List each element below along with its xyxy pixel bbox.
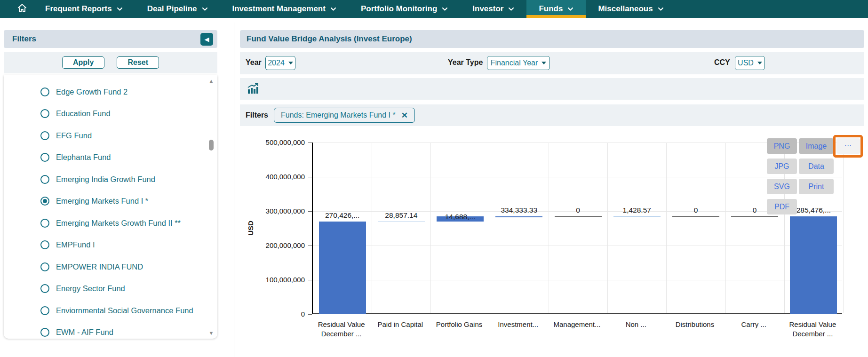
bar-carry [731, 216, 778, 217]
radio[interactable] [40, 153, 49, 162]
gridline [490, 143, 490, 313]
radio[interactable] [40, 240, 49, 249]
plot-area: 270,426,...28,857.1414,688,...334,333.33… [312, 143, 842, 314]
nav-item-label: Miscellaneous [598, 4, 653, 14]
radio[interactable] [40, 328, 49, 337]
year-value: 2024 [268, 59, 285, 67]
y-tick-label: 400,000,000 [240, 173, 305, 181]
year-type-label: Year Type [448, 58, 483, 67]
export-png-button[interactable]: PNG [767, 138, 797, 154]
fund-option-label: Education Fund [56, 109, 111, 118]
fund-option-enviornmental-social-governance-fund[interactable]: Enviornmental Social Governance Fund [4, 300, 217, 322]
nav-item-investment-management[interactable]: Investment Management [220, 0, 349, 18]
fund-list: Edge Growth Fund 2Education FundEFG Fund… [4, 75, 217, 339]
chart-type-button[interactable] [247, 83, 259, 96]
radio[interactable] [40, 284, 49, 293]
x-axis-label: Investment... [489, 320, 547, 329]
bar-residual-value-december-end [790, 216, 837, 314]
export-print-button[interactable]: Print [799, 179, 834, 194]
chevron-down-icon [117, 7, 123, 11]
radio-selected[interactable] [40, 197, 49, 206]
scroll-up-icon[interactable]: ▲ [209, 78, 214, 84]
nav-item-funds[interactable]: Funds [526, 0, 586, 18]
fund-option-label: Emerging India Growth Fund [56, 175, 155, 184]
fund-option-label: Emerging Markets Fund I * [56, 197, 148, 206]
chart-toolbar-row [240, 78, 864, 100]
bar-chart-trend-icon [247, 88, 259, 96]
bar-value-label: 334,333.33 [490, 206, 548, 214]
export-more-button[interactable]: ... [836, 138, 860, 154]
y-axis-title: USD [241, 219, 260, 238]
nav-item-deal-pipeline[interactable]: Deal Pipeline [135, 0, 220, 18]
applied-filters-label: Filters [246, 111, 268, 119]
radio[interactable] [40, 219, 49, 228]
collapse-panel-button[interactable]: ◀ [200, 33, 213, 46]
bar-value-label: 0 [667, 206, 725, 214]
bar-distributions [672, 216, 719, 217]
fund-option-emerging-markets-fund-i[interactable]: Emerging Markets Fund I * [4, 190, 217, 213]
gridline [313, 280, 842, 280]
export-pdf-button[interactable]: PDF [767, 199, 797, 214]
radio[interactable] [40, 87, 49, 96]
y-tick-mark [308, 211, 312, 212]
fund-option-education-fund[interactable]: Education Fund [4, 103, 217, 125]
fund-option-emerging-markets-growth-fund-ii[interactable]: Emerging Markets Growth Fund II ** [4, 212, 217, 234]
year-type-dropdown[interactable]: Financial Year [487, 56, 550, 70]
year-type-value: Financial Year [491, 59, 538, 67]
radio[interactable] [40, 175, 49, 184]
caret-down-icon [757, 62, 762, 64]
home-icon [17, 3, 27, 15]
nav-item-frequent-reports[interactable]: Frequent Reports [33, 0, 135, 18]
caret-down-icon [542, 62, 546, 64]
gridline [843, 143, 844, 313]
nav-item-investor[interactable]: Investor [460, 0, 526, 18]
reset-button[interactable]: Reset [117, 56, 159, 69]
filters-panel-title: Filters [12, 34, 36, 44]
fund-option-empower-india-fund[interactable]: EMPOWER INDIA FUND [4, 256, 217, 278]
filter-actions-row: Apply Reset [4, 52, 217, 73]
scrollbar-thumb[interactable] [209, 140, 214, 151]
export-data-button[interactable]: Data [799, 159, 834, 174]
radio[interactable] [40, 262, 49, 271]
fund-option-emerging-india-growth-fund[interactable]: Emerging India Growth Fund [4, 168, 217, 190]
nav-item-portfolio-monitoring[interactable]: Portfolio Monitoring [349, 0, 460, 18]
caret-down-icon [288, 62, 293, 64]
export-jpg-button[interactable]: JPG [767, 159, 797, 174]
close-icon[interactable]: ✕ [401, 111, 408, 120]
year-dropdown[interactable]: 2024 [265, 56, 295, 70]
home-button[interactable] [11, 0, 33, 18]
scroll-down-icon[interactable]: ▼ [209, 330, 214, 336]
y-tick-mark [308, 314, 312, 315]
fund-option-energy-sector-fund[interactable]: Energy Sector Fund [4, 278, 217, 300]
fund-option-empfund-i[interactable]: EMPFund I [4, 234, 217, 256]
fund-list-scrollbar[interactable]: ▲ ▼ [207, 78, 215, 336]
bar-value-label: 14,688,... [431, 213, 489, 221]
y-tick-mark [308, 246, 312, 246]
radio[interactable] [40, 131, 49, 140]
radio[interactable] [40, 306, 49, 315]
fund-option-label: Energy Sector Fund [56, 284, 125, 293]
fund-option-label: EMPFund I [56, 240, 95, 249]
page-title: Fund Value Bridge Analysis (Invest Europ… [240, 30, 864, 48]
x-axis-label: Paid in Capital [371, 320, 430, 329]
fund-option-label: EFG Fund [56, 131, 92, 140]
ccy-value: USD [738, 59, 754, 67]
fund-option-efg-fund[interactable]: EFG Fund [4, 125, 217, 147]
gridline [313, 246, 842, 246]
applied-filters-row: Filters Funds: Emerging Markets Fund I *… [240, 104, 864, 126]
fund-option-elephanta-fund[interactable]: Elephanta Fund [4, 147, 217, 169]
chart-area: USD 270,426,...28,857.1414,688,...334,33… [240, 127, 864, 357]
nav-item-label: Portfolio Monitoring [361, 4, 437, 14]
export-svg-button[interactable]: SVG [767, 179, 797, 194]
x-axis-label: Residual Value December ... [783, 320, 842, 339]
fund-option-edge-growth-fund-2[interactable]: Edge Growth Fund 2 [4, 81, 217, 103]
ccy-dropdown[interactable]: USD [735, 56, 765, 70]
apply-button[interactable]: Apply [62, 56, 104, 69]
radio[interactable] [40, 109, 49, 118]
gridline [607, 143, 608, 313]
bar-value-label: 28,857.14 [372, 211, 430, 220]
export-image-button[interactable]: Image [799, 138, 834, 154]
filter-chip[interactable]: Funds: Emerging Markets Fund I * ✕ [274, 108, 415, 123]
fund-option-ewm-aif-fund[interactable]: EWM - AIF Fund [4, 322, 217, 339]
nav-item-miscellaneous[interactable]: Miscellaneous [586, 0, 676, 18]
